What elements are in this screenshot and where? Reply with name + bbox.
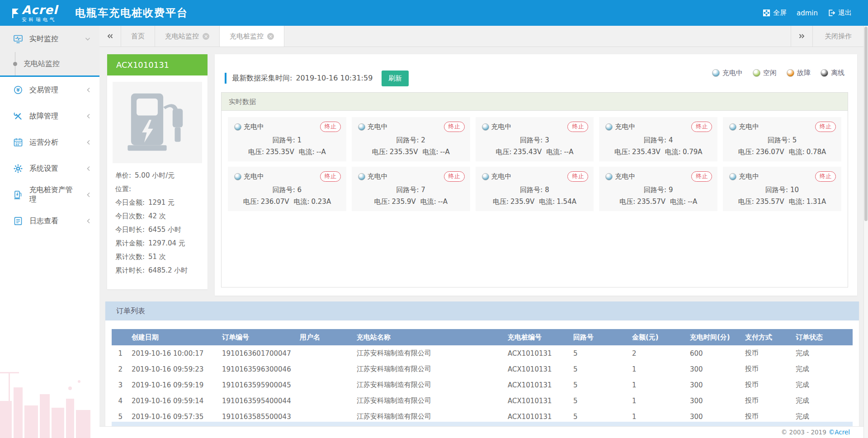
sidebar-item-transactions[interactable]: ¥ 交易管理	[0, 77, 99, 103]
col-header: 创建日期	[128, 329, 218, 345]
stat-value: 1297.04 元	[148, 236, 185, 250]
status-legend: 充电中 空闲 故障 离线	[712, 69, 844, 77]
stat-label: 累计金额:	[115, 236, 145, 250]
circuit-no-label: 回路号:	[520, 186, 542, 194]
cell-minutes: 600	[686, 345, 741, 361]
circuit-card-5: 充电中终止 回路号: 5 电压:236.07V电流:0.78A	[723, 117, 841, 161]
cell-pay: 投币	[741, 377, 792, 393]
circuit-status: 充电中	[615, 122, 635, 131]
tab-close-icon[interactable]: ×	[203, 33, 209, 40]
offline-status-icon	[821, 69, 828, 77]
cell-order-no: 1910163595400044	[218, 393, 296, 409]
voltage-value: 235.57V	[756, 198, 784, 206]
device-image-box	[113, 82, 202, 163]
cell-status: 完成	[792, 393, 853, 409]
device-stats: 单价:5.00 小时/元 位置: 今日金额:1291 元 今日次数:42 次 今…	[113, 163, 202, 277]
circuit-card-10: 充电中终止 回路号: 10 电压:235.57V电流:1.31A	[723, 167, 841, 211]
tab-home[interactable]: 首页	[121, 26, 155, 47]
current-value: 1.54A	[557, 198, 576, 206]
tabs-scroll-left-button[interactable]	[99, 26, 121, 47]
cell-status: 完成	[792, 377, 853, 393]
topbar-actions: 全屏 admin 退出	[760, 7, 854, 19]
circuit-status: 充电中	[368, 122, 388, 131]
analysis-icon	[14, 138, 23, 147]
table-row[interactable]: 1 2019-10-16 10:00:17 1910163601700047 江…	[112, 345, 853, 361]
sidebar-item-settings[interactable]: 系统设置	[0, 155, 99, 182]
circuit-status: 充电中	[491, 122, 512, 131]
terminate-button[interactable]: 终止	[691, 171, 712, 182]
terminate-button[interactable]: 终止	[815, 171, 836, 182]
tab-station-monitor[interactable]: 充电站监控 ×	[155, 26, 220, 47]
sidebar-item-analysis[interactable]: 运营分析	[0, 129, 99, 155]
sidebar-item-station-monitor[interactable]: 充电站监控	[0, 52, 99, 75]
sidebar-item-logs[interactable]: 日志查看	[0, 208, 99, 234]
sidebar-item-label: 故障管理	[29, 112, 58, 121]
col-header: 订单编号	[218, 329, 296, 345]
terminate-button[interactable]: 终止	[815, 122, 836, 132]
stat-value: 5.00 小时/元	[135, 169, 175, 182]
circuit-no-value: 3	[545, 136, 549, 144]
terminate-button[interactable]: 终止	[320, 122, 341, 132]
sidebar-item-pile-assets[interactable]: 充电桩资产管理	[0, 182, 99, 208]
stat-label: 单价:	[115, 169, 131, 182]
charging-status-icon	[605, 173, 613, 180]
voltage-value: 235.9V	[510, 198, 534, 206]
scrollbar-thumb[interactable]	[864, 27, 868, 221]
col-header: 金额(元)	[628, 329, 686, 345]
terminate-button[interactable]: 终止	[444, 171, 465, 182]
close-operations-button[interactable]: 关闭操作	[812, 26, 863, 47]
cell-station: 江苏安科瑞制造有限公司	[353, 393, 504, 409]
current-label: 电流:	[420, 198, 436, 206]
col-header: 订单状态	[792, 329, 853, 345]
circuit-status: 充电中	[244, 122, 264, 131]
idle-status-icon	[753, 69, 760, 77]
cell-minutes: 300	[686, 393, 741, 409]
tab-close-icon[interactable]: ×	[267, 33, 274, 40]
tabs-scroll-right-button[interactable]	[791, 26, 812, 47]
collect-time-value: 2019-10-16 10:31:59	[296, 74, 373, 82]
terminate-button[interactable]: 终止	[320, 171, 341, 182]
logo-text: Acrel	[22, 4, 58, 16]
cell-user	[296, 361, 353, 377]
col-header: 充电站名称	[353, 329, 504, 345]
terminate-button[interactable]: 终止	[444, 122, 465, 132]
table-row[interactable]: 2 2019-10-16 09:59:23 1910163596300046 江…	[112, 361, 853, 377]
username-label: admin	[797, 9, 818, 17]
terminate-button[interactable]: 终止	[567, 122, 588, 132]
sidebar-item-realtime-monitor[interactable]: 实时监控	[0, 26, 99, 52]
collect-time-label: 最新数据采集时间:	[232, 74, 292, 82]
table-row[interactable]: 4 2019-10-16 09:59:14 1910163595400044 江…	[112, 393, 853, 409]
sidebar-item-label: 实时监控	[29, 34, 58, 44]
device-id-header: ACX1010131	[107, 54, 208, 75]
voltage-value: 235.57V	[637, 198, 665, 206]
monitor-panel: 最新数据采集时间:2019-10-16 10:31:59 刷新 充电中 空闲 故…	[215, 54, 857, 296]
cell-station: 江苏安科瑞制造有限公司	[353, 345, 504, 361]
active-dot-icon	[13, 62, 17, 66]
charging-status-icon	[605, 123, 613, 131]
charging-status-icon	[234, 123, 241, 131]
cell-station: 江苏安科瑞制造有限公司	[353, 377, 504, 393]
circuit-no-value: 5	[793, 136, 797, 144]
circuit-no-value: 8	[545, 186, 549, 194]
circuit-card-6: 充电中终止 回路号: 6 电压:236.07V电流:0.23A	[228, 167, 346, 211]
tab-pile-monitor[interactable]: 充电桩监控 ×	[220, 26, 284, 47]
current-label: 电流:	[423, 148, 439, 156]
logout-button[interactable]: 退出	[825, 7, 854, 19]
fullscreen-button[interactable]: 全屏	[760, 7, 789, 19]
sidebar-group-realtime: 实时监控 充电站监控	[0, 26, 99, 77]
tab-label: 首页	[131, 32, 145, 41]
cell-order-no: 1910163601700047	[218, 345, 296, 361]
voltage-value: 235.43V	[632, 148, 660, 156]
circuit-no-label: 回路号:	[273, 136, 295, 144]
stat-label: 位置:	[115, 182, 131, 196]
logout-icon	[828, 9, 835, 17]
user-menu[interactable]: admin	[794, 7, 821, 19]
refresh-button[interactable]: 刷新	[382, 71, 409, 86]
tab-label: 充电桩监控	[230, 32, 264, 41]
sidebar-item-faults[interactable]: 故障管理	[0, 103, 99, 129]
terminate-button[interactable]: 终止	[691, 122, 712, 132]
stat-value: 51 次	[148, 250, 166, 264]
terminate-button[interactable]: 终止	[567, 171, 588, 182]
legend-offline: 离线	[821, 69, 844, 77]
table-row[interactable]: 3 2019-10-16 09:59:19 1910163595900045 江…	[112, 377, 853, 393]
